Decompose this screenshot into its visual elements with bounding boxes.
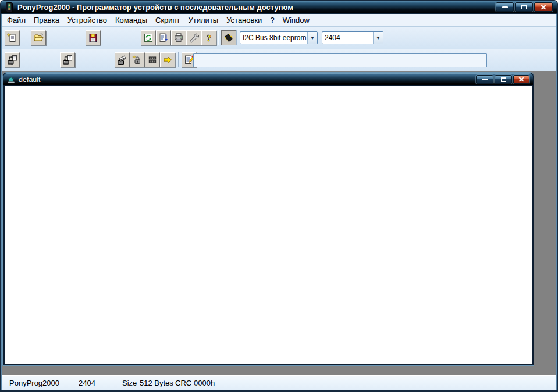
statusbar-crc-label: CRC <box>175 379 191 387</box>
chevron-down-icon[interactable]: ▼ <box>307 32 317 44</box>
print-icon <box>173 33 184 43</box>
window-frame-edge <box>1 14 2 390</box>
write-device-button[interactable] <box>60 52 75 67</box>
maximize-button[interactable] <box>515 2 533 12</box>
open-file-icon <box>33 33 44 43</box>
mdi-workspace: default <box>2 71 556 375</box>
device-type-select[interactable]: 2404 ▼ <box>322 31 383 44</box>
toolbar-separator <box>218 30 219 45</box>
note-input[interactable] <box>193 53 487 67</box>
menubar: Файл Правка Устройство Команды Скрипт Ут… <box>2 14 556 27</box>
menu-script[interactable]: Скрипт <box>151 15 184 26</box>
print-button[interactable] <box>171 30 186 45</box>
open-file-button[interactable] <box>31 30 46 45</box>
reload-button[interactable] <box>141 30 156 45</box>
menu-help[interactable]: ? <box>266 15 278 26</box>
menu-device[interactable]: Устройство <box>63 15 111 26</box>
statusbar: PonyProg2000 2404 Size 512 Bytes CRC 000… <box>2 375 556 390</box>
security-bits-icon <box>147 55 158 65</box>
statusbar-device: 2404 <box>79 379 95 387</box>
erase-device-icon <box>117 55 127 65</box>
window-frame-edge <box>556 14 557 390</box>
buffer-window-controls <box>476 75 529 84</box>
menu-options[interactable]: Установки <box>222 15 266 26</box>
window-titlebar[interactable]: PonyProg2000 - Программатор устройств с … <box>1 1 557 13</box>
close-button[interactable] <box>534 2 553 12</box>
setup-icon <box>189 33 199 43</box>
statusbar-app-name: PonyProg2000 <box>9 379 59 387</box>
command-toolbar <box>2 49 556 71</box>
window-controls <box>496 2 553 12</box>
main-toolbar: ? I2C Bus 8bit eeprom ▼ 2404 ▼ <box>2 27 556 49</box>
window-title: PonyProg2000 - Программатор устройств с … <box>17 3 293 12</box>
maximize-icon <box>501 77 506 82</box>
maximize-icon <box>521 5 527 9</box>
menu-edit[interactable]: Правка <box>30 15 63 26</box>
pony-icon <box>7 76 16 84</box>
run-program-button[interactable] <box>160 52 175 67</box>
setup-button[interactable] <box>186 30 201 45</box>
buffer-window: default <box>2 72 534 366</box>
app-icon <box>5 2 14 12</box>
statusbar-size-value: 512 Bytes <box>140 379 173 387</box>
buffer-close-button[interactable] <box>513 75 529 84</box>
menu-file[interactable]: Файл <box>3 15 30 26</box>
device-type-value: 2404 <box>322 34 373 42</box>
menu-window[interactable]: Window <box>279 15 314 26</box>
hardware-chip-button[interactable] <box>221 30 236 45</box>
statusbar-size-label: Size <box>122 379 137 387</box>
toolbar-separator <box>236 30 237 45</box>
lock-bits-button[interactable] <box>130 52 145 67</box>
toolbar-separator <box>178 52 179 67</box>
security-bits-button[interactable] <box>145 52 160 67</box>
buffer-maximize-button[interactable] <box>495 75 512 84</box>
save-file-icon <box>88 33 98 43</box>
minimize-icon <box>502 6 508 8</box>
write-device-icon <box>62 55 73 65</box>
svg-text:?: ? <box>207 33 211 43</box>
statusbar-crc-value: 0000h <box>194 379 215 387</box>
buffer-edit-area[interactable] <box>5 86 532 364</box>
lock-icon <box>132 55 143 65</box>
close-icon <box>541 5 546 10</box>
erase-device-button[interactable] <box>115 52 130 67</box>
buffer-window-title: default <box>19 76 41 84</box>
reload-icon <box>143 33 154 43</box>
save-file-button[interactable] <box>86 30 101 45</box>
script-button[interactable] <box>156 30 171 45</box>
sprog-chip-icon <box>223 33 234 43</box>
help-button[interactable]: ? <box>201 30 216 45</box>
help-icon: ? <box>204 33 214 43</box>
minimize-button[interactable] <box>496 2 514 12</box>
minimize-icon <box>482 79 488 80</box>
chevron-down-icon[interactable]: ▼ <box>373 32 383 44</box>
close-icon <box>518 77 524 82</box>
buffer-minimize-button[interactable] <box>476 75 493 84</box>
script-icon <box>158 33 169 43</box>
read-device-icon <box>7 55 17 65</box>
menu-utilities[interactable]: Утилиты <box>184 15 223 26</box>
read-device-button[interactable] <box>5 52 20 67</box>
buffer-window-titlebar[interactable]: default <box>3 73 533 85</box>
main-window: PonyProg2000 - Программатор устройств с … <box>0 0 558 392</box>
device-family-select[interactable]: I2C Bus 8bit eeprom ▼ <box>240 31 318 44</box>
device-family-value: I2C Bus 8bit eeprom <box>240 34 307 42</box>
run-icon <box>162 55 173 65</box>
new-file-icon <box>7 33 17 43</box>
menu-commands[interactable]: Команды <box>111 15 151 26</box>
new-file-button[interactable] <box>5 30 20 45</box>
